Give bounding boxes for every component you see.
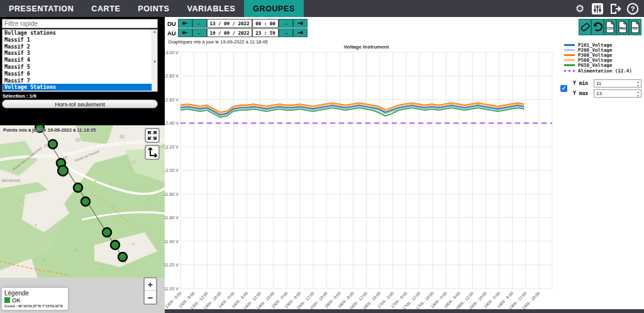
au-date-field[interactable]: 19 / 09 / 2022 [207, 28, 252, 37]
axis-tool-button[interactable] [145, 145, 160, 160]
undo-button[interactable] [591, 19, 604, 35]
group-item[interactable]: Voltage Stations [3, 84, 157, 91]
group-item[interactable]: Massif 6 [3, 71, 157, 77]
svg-text:CSV: CSV [607, 27, 613, 30]
nav-icon-group: ⚙ A ? [573, 0, 644, 17]
zoom-in-button[interactable]: + [145, 278, 156, 291]
legend-swatch [564, 49, 575, 51]
group-item[interactable]: Massif 4 [3, 57, 157, 64]
map-coordinates: Coord : 46°10'24.27"N 7°15'53.42"E [4, 304, 65, 308]
au-first-button[interactable]: ⇤ [178, 28, 192, 37]
y-range-checkbox[interactable]: ✓ [560, 85, 567, 92]
y-tick-label: 12.20 V [165, 145, 179, 149]
y-tick-label: 12.40 V [165, 121, 179, 125]
legend-label: Alimentation (12.4) [578, 68, 632, 74]
nav-carte[interactable]: CARTE [82, 0, 129, 17]
group-item[interactable]: Massif 2 [3, 43, 157, 50]
help-icon[interactable]: ? [626, 2, 639, 15]
y-tick-label: 11.80 V [165, 192, 179, 196]
eraser-button[interactable] [579, 19, 591, 35]
legend-swatch [564, 54, 575, 56]
group-item[interactable]: Massif 3 [3, 50, 157, 57]
svg-text:?: ? [630, 5, 635, 13]
au-last-button[interactable]: ⇥ [293, 28, 308, 37]
nav-groupes[interactable]: GROUPES [244, 0, 304, 17]
svg-text:PDF: PDF [632, 27, 638, 30]
y-min-input[interactable]: 11 ▲▼ [594, 79, 641, 88]
map-legend-ok-label: OK [12, 297, 21, 304]
y-max-input[interactable]: 13 ▲▼ [594, 89, 641, 98]
station-marker [48, 140, 57, 149]
hors-tol-button[interactable]: Hors-tol seulement [2, 100, 158, 108]
au-next-button[interactable]: → [279, 28, 293, 37]
y-max-value: 13 [596, 91, 602, 96]
group-list-scrollbar[interactable]: ▲▼ [152, 30, 157, 91]
nav-presentation[interactable]: PRESENTATION [0, 0, 82, 17]
y-min-row: Y min 11 ▲▼ [573, 79, 641, 88]
du-first-button[interactable]: ⇤ [178, 19, 192, 28]
svg-text:A: A [578, 6, 581, 11]
group-item[interactable]: Massif 5 [3, 64, 157, 71]
group-item[interactable]: Massif 7 [3, 77, 157, 84]
station-marker [111, 241, 119, 249]
au-prev-button[interactable]: ← [192, 28, 207, 37]
station-marker [81, 197, 90, 206]
fullscreen-button[interactable] [145, 128, 160, 143]
au-time-field[interactable]: 23 : 59 [252, 28, 279, 37]
y-max-spinner[interactable]: ▲▼ [636, 90, 640, 98]
csv-file-icon: CSV [605, 21, 615, 33]
zoom-out-button[interactable]: − [145, 291, 156, 304]
y-min-spinner[interactable]: ▲▼ [636, 80, 640, 88]
station-marker [74, 183, 82, 192]
map-tiles: ♣♣♣ ♣♣♣ ♣♣♣ Route des Condémines Route d… [0, 125, 165, 313]
date-row-du: DU ⇤ ← 13 / 09 / 2022 00 : 00 → ⇥ [167, 19, 308, 28]
chart-toolbar: CSV PNG PDF [579, 19, 641, 35]
top-navbar: PRESENTATION CARTE POINTS VARIABLES GROU… [0, 0, 644, 17]
date-range-panel: DU ⇤ ← 13 / 09 / 2022 00 : 00 → ⇥ AU ⇤ ←… [167, 19, 308, 38]
fullscreen-icon [147, 130, 157, 140]
selection-count: Sélection : 1/9 [3, 93, 36, 99]
y-max-row: Y max 13 ▲▼ [573, 89, 641, 98]
du-last-button[interactable]: ⇥ [293, 19, 308, 28]
y-min-label: Y min [573, 81, 594, 86]
du-label: DU [167, 20, 178, 27]
export-pdf-button[interactable]: PDF [629, 19, 641, 35]
export-csv-button[interactable]: CSV [604, 19, 616, 35]
eraser-icon [579, 21, 591, 33]
du-time-field[interactable]: 00 : 00 [252, 19, 279, 28]
du-date-field[interactable]: 13 / 09 / 2022 [207, 19, 252, 28]
y-tick-label: 12.60 V [165, 98, 179, 102]
leaflet-map[interactable]: ♣♣♣ ♣♣♣ ♣♣♣ Route des Condémines Route d… [0, 125, 165, 313]
voltage-chart[interactable]: 13.00 V12.80 V12.60 V12.40 V12.20 V12.00… [165, 44, 560, 309]
logout-icon[interactable] [608, 2, 621, 15]
du-next-button[interactable]: → [279, 19, 293, 28]
bottom-scrollbar[interactable] [165, 309, 644, 313]
map-legend-box: Légende OK Coord : 46°10'24.27"N 7°15'53… [2, 288, 68, 310]
legend-swatch [564, 59, 575, 61]
y-tick-label: 11.60 V [165, 215, 179, 220]
date-row-au: AU ⇤ ← 19 / 09 / 2022 23 : 59 → ⇥ [167, 28, 308, 37]
y-tick-label: 11.00 V [165, 287, 179, 291]
legend-swatch [564, 44, 575, 46]
nav-points[interactable]: POINTS [129, 0, 178, 17]
nav-variables[interactable]: VARIABLES [178, 0, 244, 17]
group-item[interactable]: Massif 1 [3, 37, 157, 43]
y-tick-label: 12.00 V [165, 168, 179, 173]
group-item[interactable]: Bullage stations [3, 30, 157, 37]
chart-legend: P101_VoltageP200_VoltageP300_VoltageP500… [564, 42, 632, 73]
group-list[interactable]: Bullage stationsMassif 1Massif 2Massif 3… [2, 29, 158, 92]
settings-gear-icon[interactable]: ⚙ A [573, 2, 586, 15]
svg-text:PNG: PNG [619, 27, 626, 30]
legend-swatch [564, 64, 575, 66]
station-marker [58, 166, 68, 176]
export-png-button[interactable]: PNG [616, 19, 629, 35]
y-max-label: Y max [573, 91, 594, 96]
station-marker [103, 228, 111, 237]
map-legend-title: Légende [4, 290, 65, 297]
map-zoom-control: + − [143, 277, 157, 305]
preferences-sliders-icon[interactable] [591, 2, 604, 15]
au-label: AU [167, 30, 178, 37]
quick-filter-input[interactable] [2, 19, 158, 28]
du-prev-button[interactable]: ← [192, 19, 207, 28]
legend-item[interactable]: Alimentation (12.4) [564, 68, 632, 73]
